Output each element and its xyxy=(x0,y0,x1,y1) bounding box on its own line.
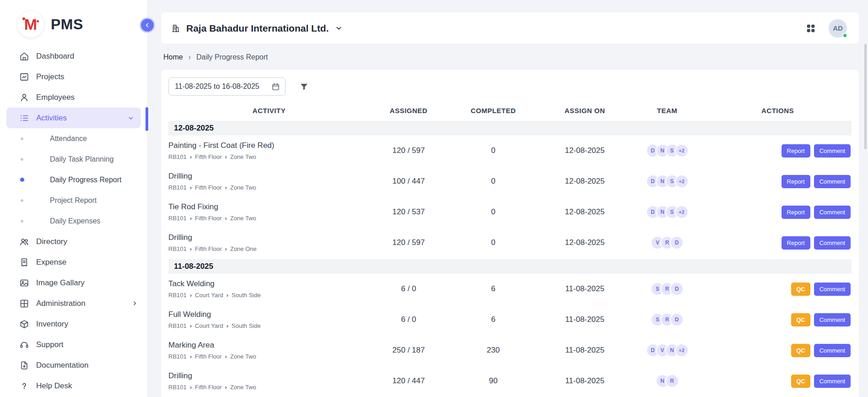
sidebar-item-expense[interactable]: Expense xyxy=(0,252,147,272)
sidebar-item-project-report[interactable]: Project Report xyxy=(0,190,147,211)
online-status-dot xyxy=(842,33,847,38)
team-avatar[interactable]: D xyxy=(671,237,683,249)
building-icon xyxy=(171,24,180,33)
chevron-separator-icon: › xyxy=(226,292,228,299)
completed-value: 230 xyxy=(447,346,539,355)
report-card: ACTIVITY ASSIGNED COMPLETED ASSIGN ON TE… xyxy=(161,70,859,397)
team-avatars: SRD xyxy=(631,314,704,326)
qc-button[interactable]: QC xyxy=(791,344,810,357)
sidebar-item-inventory[interactable]: Inventory xyxy=(0,314,147,334)
assigned-value: 120 / 537 xyxy=(370,207,447,217)
table-row: Drilling RB101›Fifth Floor›Zone One 120 … xyxy=(168,228,852,258)
report-button[interactable]: Report xyxy=(782,236,810,250)
sidebar-item-employees[interactable]: Employees xyxy=(0,87,147,108)
sidebar-item-documentation[interactable]: Documentation xyxy=(0,355,147,375)
activity-path: RB101›Fifth Floor›Zone Two xyxy=(168,153,370,161)
report-button[interactable]: Report xyxy=(782,206,810,219)
document-upload-icon xyxy=(19,360,29,370)
comment-button[interactable]: Comment xyxy=(814,283,851,296)
activity-title[interactable]: Drilling xyxy=(168,233,370,242)
sidebar-item-label: Image Gallary xyxy=(36,278,85,288)
activity-title[interactable]: Drilling xyxy=(168,371,370,381)
comment-button[interactable]: Comment xyxy=(814,206,851,219)
assigned-value: 120 / 447 xyxy=(370,376,447,386)
company-selector[interactable]: Raja Bahadur International Ltd. xyxy=(171,23,343,34)
sidebar-collapse-button[interactable] xyxy=(140,17,155,33)
activity-path: RB101›Fifth Floor›Zone Two xyxy=(168,353,370,360)
sidebar-item-attendance[interactable]: Attendance xyxy=(0,128,147,149)
person-icon xyxy=(19,92,29,103)
date-range-value[interactable] xyxy=(175,82,264,91)
sidebar-item-label: Dashboard xyxy=(36,52,74,61)
sidebar-item-daily-progress-report[interactable]: Daily Progress Report xyxy=(0,169,147,190)
sidebar-item-projects[interactable]: Projects xyxy=(0,66,147,87)
team-avatar-more[interactable]: +2 xyxy=(676,344,688,356)
qc-button[interactable]: QC xyxy=(791,313,810,326)
activity-title[interactable]: Drilling xyxy=(168,171,370,181)
comment-button[interactable]: Comment xyxy=(814,236,851,250)
date-group-header: 11-08-2025 xyxy=(168,259,852,274)
breadcrumb: Home › Daily Progress Report xyxy=(163,53,859,61)
chevron-separator-icon: › xyxy=(225,353,227,360)
chevron-separator-icon: › xyxy=(226,323,228,329)
activity-title[interactable]: Marking Area xyxy=(168,340,370,350)
chevron-separator-icon: › xyxy=(190,185,192,191)
comment-button[interactable]: Comment xyxy=(814,375,851,388)
chevron-separator-icon: › xyxy=(225,185,227,191)
filter-row xyxy=(168,77,852,96)
submenu-item-label: Daily Expenses xyxy=(50,217,100,225)
completed-value: 0 xyxy=(447,238,539,247)
comment-button[interactable]: Comment xyxy=(814,175,851,188)
activity-title[interactable]: Tie Rod Fixing xyxy=(168,202,370,212)
assign-on-value: 12-08-2025 xyxy=(539,238,631,247)
team-avatar-more[interactable]: +2 xyxy=(676,145,688,157)
column-header-completed: COMPLETED xyxy=(447,101,539,120)
column-header-assigned: ASSIGNED xyxy=(370,101,447,120)
sidebar-item-daily-task-planning[interactable]: Daily Task Planning xyxy=(0,149,147,169)
activity-title[interactable]: Painting - First Coat (Fire Red) xyxy=(168,141,370,150)
completed-value: 0 xyxy=(447,146,539,155)
table-row: Full Welding RB101›Court Yard›South Side… xyxy=(168,305,852,335)
table-row: Tack Welding RB101›Court Yard›South Side… xyxy=(168,274,852,305)
date-range-input[interactable] xyxy=(168,77,286,96)
chevron-separator-icon: › xyxy=(190,384,192,391)
report-button[interactable]: Report xyxy=(782,144,810,158)
comment-button[interactable]: Comment xyxy=(814,313,851,326)
sidebar-item-administration[interactable]: Administration xyxy=(0,293,147,314)
assign-on-value: 12-08-2025 xyxy=(539,146,631,155)
chevron-separator-icon: › xyxy=(190,353,192,360)
team-avatar[interactable]: D xyxy=(671,314,683,326)
chevron-separator-icon: › xyxy=(225,215,227,222)
activity-title[interactable]: Full Welding xyxy=(168,310,370,319)
qc-button[interactable]: QC xyxy=(791,375,810,388)
team-avatar[interactable]: D xyxy=(671,283,683,295)
team-avatar-more[interactable]: +2 xyxy=(676,175,688,187)
sidebar-item-daily-expenses[interactable]: Daily Expenses xyxy=(0,211,147,231)
sidebar-item-support[interactable]: Support xyxy=(0,334,147,355)
filter-icon[interactable] xyxy=(299,82,309,92)
comment-button[interactable]: Comment xyxy=(814,144,851,158)
sidebar-item-dashboard[interactable]: Dashboard xyxy=(0,46,147,66)
activity-title[interactable]: Tack Welding xyxy=(168,279,370,288)
table-row: Marking Area RB101›Fifth Floor›Zone Two … xyxy=(168,335,852,366)
sidebar-item-image-gallery[interactable]: Image Gallary xyxy=(0,272,147,293)
assign-on-value: 11-08-2025 xyxy=(539,284,631,294)
activity-path: RB101›Court Yard›South Side xyxy=(168,292,370,299)
breadcrumb-home[interactable]: Home xyxy=(163,53,183,61)
sidebar-item-directory[interactable]: Directory xyxy=(0,231,147,252)
active-menu-indicator xyxy=(146,107,148,131)
report-button[interactable]: Report xyxy=(782,175,810,188)
scrollbar[interactable] xyxy=(864,44,867,149)
table-row: Drilling RB101›Fifth Floor›Zone Two 100 … xyxy=(168,166,852,197)
sidebar-item-help-desk[interactable]: Help Desk xyxy=(0,375,147,396)
sidebar-item-activities[interactable]: Activities xyxy=(6,108,141,128)
team-avatar[interactable]: R xyxy=(666,375,678,387)
comment-button[interactable]: Comment xyxy=(814,344,851,357)
completed-value: 6 xyxy=(447,315,539,324)
calendar-icon[interactable] xyxy=(271,82,280,91)
user-avatar[interactable]: AD xyxy=(829,19,847,38)
qc-button[interactable]: QC xyxy=(791,283,810,296)
pms-logo-icon: M xyxy=(17,11,44,38)
apps-grid-icon[interactable] xyxy=(806,23,816,33)
team-avatar-more[interactable]: +2 xyxy=(676,206,688,218)
